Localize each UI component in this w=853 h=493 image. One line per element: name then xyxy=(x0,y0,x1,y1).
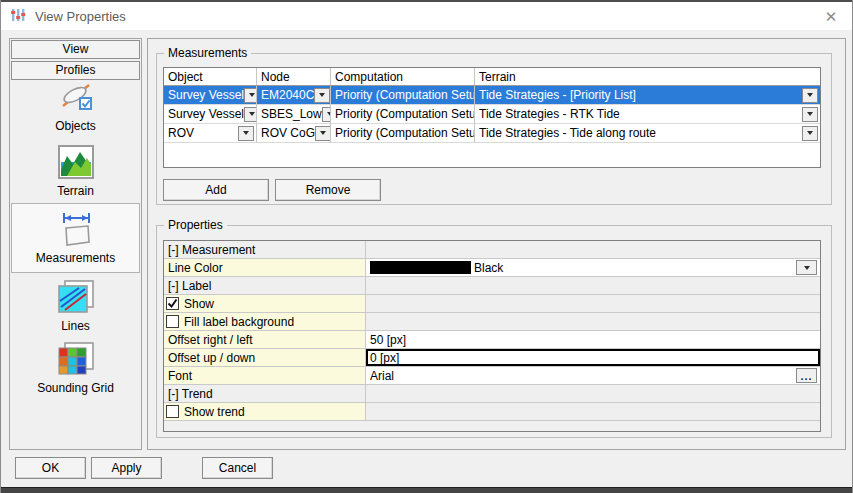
ok-button[interactable]: OK xyxy=(15,457,86,479)
property-row-trend: [-] Trend xyxy=(164,385,820,403)
measurements-group-label: Measurements xyxy=(164,46,251,60)
sidebar: View Profiles Objects xyxy=(9,38,142,450)
property-label: Fill label background xyxy=(184,315,294,329)
table-header-row: Object Node Computation Terrain xyxy=(164,68,820,86)
terrain-combo[interactable]: Tide Strategies - RTK Tide xyxy=(475,105,820,124)
computation-combo[interactable]: Priority (Computation Setup) xyxy=(331,105,475,124)
property-label: Show trend xyxy=(184,405,245,419)
property-label: Offset right / left xyxy=(164,331,366,348)
table-row: Survey Vessel SBES_Low Priority (Computa… xyxy=(164,105,820,124)
table-row: Survey Vessel EM2040C Priority (Computat… xyxy=(164,86,820,105)
view-properties-dialog: View Properties ✕ View Profiles Objects xyxy=(0,0,853,493)
property-grid: [-] Measurement Line Color Black [-] Lab… xyxy=(163,240,821,432)
offset-up-down-input[interactable]: 0 [px] xyxy=(366,349,820,366)
column-header-computation: Computation xyxy=(331,70,474,84)
column-header-node: Node xyxy=(257,70,330,84)
profiles-panel: Measurements Object Node Computation Ter… xyxy=(147,38,846,450)
category-toggle[interactable]: [-] Trend xyxy=(164,385,366,402)
sidebar-item-lines[interactable]: Lines xyxy=(11,277,140,333)
chevron-down-icon[interactable] xyxy=(315,126,331,141)
property-row-measurement: [-] Measurement xyxy=(164,241,820,259)
chevron-down-icon[interactable] xyxy=(314,88,330,103)
chevron-down-icon[interactable] xyxy=(238,126,254,141)
column-header-object: Object xyxy=(164,70,256,84)
sounding-grid-icon xyxy=(57,339,95,379)
sidebar-item-label: Terrain xyxy=(57,184,94,198)
remove-button[interactable]: Remove xyxy=(275,179,381,201)
sidebar-item-label: Measurements xyxy=(36,251,115,265)
font-value[interactable]: Arial ... xyxy=(366,367,820,384)
chevron-down-icon[interactable] xyxy=(322,107,331,122)
terrain-combo[interactable]: Tide Strategies - [Priority List] xyxy=(475,86,820,105)
property-row-line-color: Line Color Black xyxy=(164,259,820,277)
close-icon[interactable]: ✕ xyxy=(820,6,842,28)
fill-label-background-checkbox[interactable] xyxy=(166,315,179,328)
property-row-show: Show xyxy=(164,295,820,313)
show-checkbox[interactable] xyxy=(166,297,179,310)
property-row-fill-label-background: Fill label background xyxy=(164,313,820,331)
properties-group: Properties [-] Measurement Line Color Bl… xyxy=(156,225,832,438)
chevron-down-icon[interactable] xyxy=(802,107,818,122)
line-color-value[interactable]: Black xyxy=(366,259,820,276)
chevron-down-icon[interactable] xyxy=(802,88,818,103)
apply-button[interactable]: Apply xyxy=(91,457,162,479)
chevron-down-icon[interactable] xyxy=(244,88,257,103)
chevron-down-icon[interactable] xyxy=(796,260,817,275)
window-bottom-edge xyxy=(1,487,853,493)
property-label: Offset up / down xyxy=(164,349,366,366)
table-row: ROV ROV CoG Priority (Computation Setup)… xyxy=(164,124,820,143)
terrain-icon xyxy=(57,142,95,182)
node-combo[interactable]: SBES_Low xyxy=(257,105,331,124)
column-header-terrain: Terrain xyxy=(475,70,820,84)
offset-right-left-value[interactable]: 50 [px] xyxy=(366,331,820,348)
property-row-show-trend: Show trend xyxy=(164,403,820,421)
property-label: Font xyxy=(164,367,366,384)
measurements-table: Object Node Computation Terrain Survey V… xyxy=(163,67,821,168)
window-title: View Properties xyxy=(35,9,126,24)
category-toggle[interactable]: [-] Measurement xyxy=(164,241,366,258)
chevron-down-icon[interactable] xyxy=(244,107,257,122)
computation-combo[interactable]: Priority (Computation Setup) xyxy=(331,124,475,143)
show-trend-checkbox[interactable] xyxy=(166,405,179,418)
sliders-icon xyxy=(10,7,26,26)
node-combo[interactable]: ROV CoG xyxy=(257,124,331,143)
sidebar-item-label: Sounding Grid xyxy=(37,381,114,395)
title-bar: View Properties ✕ xyxy=(1,2,853,30)
property-label: Show xyxy=(184,297,214,311)
objects-icon xyxy=(57,77,95,117)
sidebar-item-terrain[interactable]: Terrain xyxy=(11,142,140,198)
measurements-icon xyxy=(56,209,96,249)
computation-combo[interactable]: Priority (Computation Setup) xyxy=(331,86,475,105)
property-row-offset-up-down: Offset up / down 0 [px] xyxy=(164,349,820,367)
properties-group-label: Properties xyxy=(164,218,227,232)
object-combo[interactable]: Survey Vessel xyxy=(164,86,257,105)
property-row-offset-right-left: Offset right / left 50 [px] xyxy=(164,331,820,349)
measurements-group: Measurements Object Node Computation Ter… xyxy=(156,53,832,205)
add-button[interactable]: Add xyxy=(163,179,269,201)
property-row-font: Font Arial ... xyxy=(164,367,820,385)
ellipsis-button[interactable]: ... xyxy=(796,368,817,383)
sidebar-item-label: Lines xyxy=(61,319,90,333)
chevron-down-icon[interactable] xyxy=(802,126,818,141)
category-toggle[interactable]: [-] Label xyxy=(164,277,366,294)
terrain-combo[interactable]: Tide Strategies - Tide along route xyxy=(475,124,820,143)
property-label: Line Color xyxy=(164,259,366,276)
node-combo[interactable]: EM2040C xyxy=(257,86,331,105)
tab-view[interactable]: View xyxy=(11,40,140,59)
color-swatch xyxy=(370,261,471,274)
lines-icon xyxy=(57,277,95,317)
object-combo[interactable]: ROV xyxy=(164,124,257,143)
sidebar-item-objects[interactable]: Objects xyxy=(11,77,140,133)
object-combo[interactable]: Survey Vessel xyxy=(164,105,257,124)
cancel-button[interactable]: Cancel xyxy=(202,457,273,479)
sidebar-item-sounding-grid[interactable]: Sounding Grid xyxy=(11,339,140,395)
sidebar-item-label: Objects xyxy=(55,119,96,133)
sidebar-item-measurements[interactable]: Measurements xyxy=(11,203,140,273)
property-row-label: [-] Label xyxy=(164,277,820,295)
